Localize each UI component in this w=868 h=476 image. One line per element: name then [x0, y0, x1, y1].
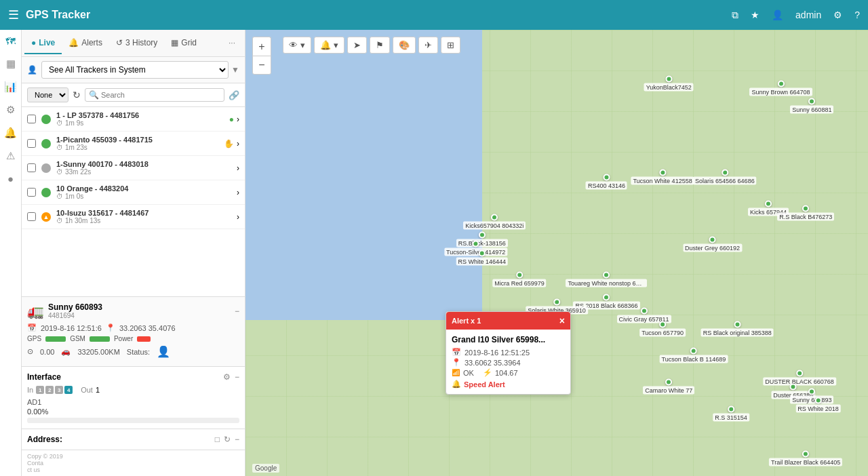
settings-icon[interactable]: ⚙ — [833, 9, 842, 20]
clone-icon[interactable]: ⧉ — [732, 9, 738, 21]
collapse-icon[interactable]: − — [235, 372, 239, 382]
palette-button[interactable]: 🎨 — [393, 37, 416, 54]
chevron-right-icon[interactable]: › — [237, 115, 239, 124]
marker-dot — [603, 174, 610, 180]
vehicle-marker[interactable]: Touareg White nonstop 658222 — [566, 272, 647, 287]
detail-actions: − — [235, 306, 239, 316]
tab-alerts[interactable]: 🔔 Alerts — [62, 33, 109, 54]
detail-title: 🚛 Sunny 660893 4481694 — [27, 302, 102, 319]
dropdown-icon: ▾ — [300, 40, 305, 50]
alert-close-button[interactable]: × — [559, 315, 565, 326]
vehicle-marker[interactable]: Sunny Brown 664708 — [749, 80, 812, 96]
vehicle-marker[interactable]: Kicks657904 804332i — [463, 214, 526, 229]
navigate-button[interactable]: ✈ — [418, 37, 438, 54]
address-actions: □ ↻ − — [215, 435, 239, 444]
flag-button[interactable]: ⚑ — [370, 37, 390, 54]
tab-live[interactable]: ● Live — [24, 33, 62, 54]
filter-select[interactable]: None — [27, 87, 68, 102]
tracker-name: 10 Orange - 4483204 — [56, 184, 237, 193]
zoom-out-button[interactable]: − — [252, 56, 271, 75]
chevron-right-icon[interactable]: › — [237, 212, 239, 222]
tracker-item[interactable]: 1 - LP 357378 - 4481756 ⏱ 1m 9s ● › — [22, 107, 245, 132]
chart-icon[interactable]: 📊 — [4, 81, 17, 93]
chevron-right-icon[interactable]: › — [237, 188, 239, 197]
tracker-name: 1-Picanto 455039 - 4481715 — [56, 136, 224, 144]
search-input[interactable] — [101, 91, 220, 99]
marker-label: RS Black original 385388 — [701, 328, 774, 336]
tracker-checkbox[interactable] — [27, 163, 36, 172]
map-area[interactable]: + − 👁 ▾ 🔔 ▾ ➤ ⚑ � — [245, 30, 868, 476]
palette-icon: 🎨 — [399, 40, 410, 50]
tab-history[interactable]: ↺ 3 History — [109, 33, 164, 54]
refresh-icon[interactable]: ↻ — [73, 90, 81, 100]
tracker-item[interactable]: ▲ 10-Isuzu 315617 - 4481467 ⏱ 1h 30m 13s… — [22, 205, 245, 229]
alert-body: Grand I10 Silver 65998... 📅 2019-8-16 12… — [446, 330, 570, 394]
gear-icon[interactable]: ⚙ — [223, 372, 231, 382]
tab-more[interactable]: ··· — [222, 33, 242, 54]
calendar-icon: 📅 — [27, 323, 37, 332]
marker-label: YukonBlack7452 — [644, 83, 694, 91]
vehicle-marker[interactable]: Solaris 654566 64686 — [693, 170, 757, 185]
vehicle-marker[interactable]: R.S Black B476273 — [777, 205, 834, 220]
vehicle-marker[interactable]: RS Black original 385388 — [701, 321, 774, 336]
address-copy-icon[interactable]: □ — [215, 435, 220, 444]
minus-icon[interactable]: − — [235, 306, 239, 316]
vehicle-marker[interactable]: Tucson Black B 114689 — [660, 348, 728, 363]
vehicle-marker[interactable]: RS400 43146 — [586, 174, 627, 189]
address-collapse-icon[interactable]: − — [235, 435, 239, 444]
vehicle-marker[interactable]: Trail Blazer Black 664405 — [769, 450, 842, 466]
tracker-checkbox[interactable] — [27, 139, 36, 148]
marker-label: RS400 43146 — [586, 181, 627, 189]
tracker-name: 10-Isuzu 315617 - 4481467 — [56, 209, 237, 217]
notifications-side-icon[interactable]: 🔔 — [4, 127, 17, 139]
chevron-right-icon[interactable]: › — [237, 163, 239, 173]
tracker-checkbox[interactable] — [27, 115, 36, 123]
clock-icon: ⏱ — [56, 119, 63, 127]
star-icon[interactable]: ★ — [751, 9, 760, 20]
tracker-time: ⏱ 1m 23s — [56, 144, 224, 151]
map-view-icon[interactable]: 🗺 — [5, 35, 16, 47]
online-icon[interactable]: ● — [7, 173, 14, 184]
dashboard-icon[interactable]: ▦ — [6, 58, 16, 70]
tracker-item[interactable]: 1-Picanto 455039 - 4481715 ⏱ 1m 23s ✋ › — [22, 132, 245, 156]
tracker-select[interactable]: See All Trackers in System — [41, 61, 229, 79]
vehicle-marker[interactable]: Tucson 657790 — [639, 321, 686, 336]
live-dot: ● — [31, 38, 36, 47]
vehicle-marker[interactable]: RS White 146444 — [456, 250, 509, 265]
hamburger-menu[interactable]: ☰ — [8, 7, 19, 22]
tab-grid-label: Grid — [181, 38, 197, 47]
tracker-item[interactable]: 1-Sunny 400170 - 4483018 ⏱ 33m 22s › — [22, 156, 245, 180]
vehicle-marker[interactable]: Micra Red 659979 — [492, 272, 547, 287]
tracker-info: 1 - LP 357378 - 4481756 ⏱ 1m 9s — [56, 111, 229, 127]
visibility-button[interactable]: 👁 ▾ — [283, 37, 311, 54]
tab-grid[interactable]: ▦ Grid — [164, 33, 203, 54]
marker-label: Tucson Black B 114689 — [660, 355, 728, 363]
tracker-item[interactable]: 10 Orange - 4483204 ⏱ 1m 0s › — [22, 180, 245, 205]
zoom-in-button[interactable]: + — [252, 37, 271, 56]
vehicle-marker[interactable]: R.S 315154 — [713, 405, 749, 421]
zoom-controls: + − — [252, 37, 271, 75]
vehicle-marker[interactable]: YukonBlack7452 — [644, 75, 694, 91]
marker-label: R.S 315154 — [713, 413, 749, 421]
settings-side-icon[interactable]: ⚙ — [6, 104, 15, 116]
vehicle-marker[interactable]: Tucson White 412558 — [631, 170, 694, 185]
tracker-checkbox[interactable] — [27, 188, 36, 197]
copyright-text: Copy © 2019 — [27, 453, 63, 460]
tracker-checkbox[interactable] — [27, 212, 36, 221]
marker-dot — [479, 250, 486, 256]
help-icon[interactable]: ? — [854, 9, 860, 20]
vehicle-marker[interactable]: Sunny 660881 — [790, 98, 833, 113]
chevron-right-icon[interactable]: › — [237, 139, 239, 148]
time-value: 33m 22s — [65, 168, 91, 176]
alert-side-icon[interactable]: ⚠ — [6, 150, 15, 162]
link-icon[interactable]: 🔗 — [229, 90, 239, 100]
detail-coords: 33.2063 35.4076 — [119, 324, 176, 332]
alert-toolbar-button[interactable]: 🔔 ▾ — [314, 37, 344, 54]
layers-button[interactable]: ⊞ — [441, 37, 460, 54]
vehicle-marker[interactable]: Camaro White 77 — [643, 379, 694, 395]
vehicle-marker[interactable]: RS White 2018 — [795, 397, 841, 412]
vehicle-marker[interactable]: Duster Grey 660192 — [683, 236, 742, 252]
arrow-button[interactable]: ➤ — [347, 37, 367, 54]
marker-dot — [516, 272, 523, 279]
address-refresh-icon[interactable]: ↻ — [224, 435, 231, 444]
